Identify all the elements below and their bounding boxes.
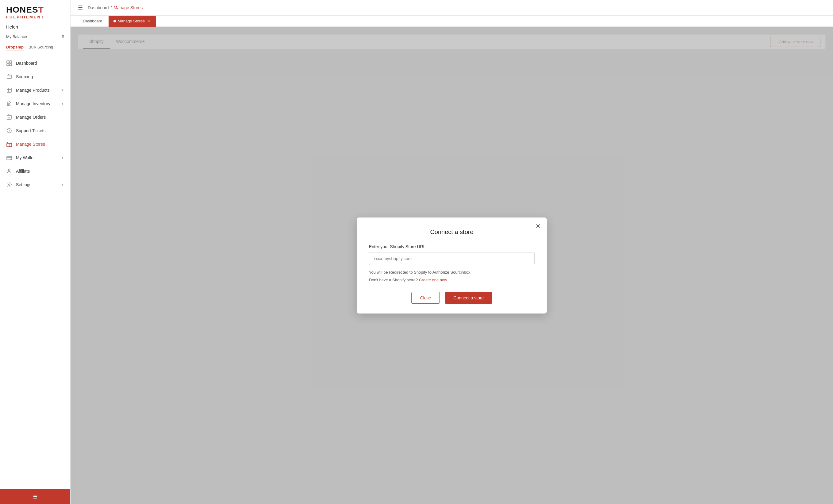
tab-close-icon[interactable]: ✕ [148,19,151,23]
modal-info-line1: You will be Redirected to Shopify to Aut… [369,269,534,276]
sidebar-balance: My Balance $ [0,32,70,41]
chevron-down-icon-4: ▼ [61,183,64,187]
sidebar-item-settings-label: Settings [16,182,31,187]
sidebar-nav: Dashboard Sourcing Manage Products ▼ [0,56,70,489]
chevron-down-icon: ▼ [61,88,64,92]
shopify-url-input[interactable] [369,252,534,265]
sidebar-item-manage-orders[interactable]: Manage Orders [0,111,70,124]
orders-icon [6,114,12,120]
chevron-down-icon-3: ▼ [61,156,64,160]
wallet-icon [6,154,12,161]
svg-point-8 [9,132,9,132]
sidebar-user: Helen [0,22,70,32]
stores-icon [6,141,12,147]
products-icon [6,87,12,93]
sidebar-item-my-wallet[interactable]: My Wallet ▼ [0,151,70,164]
modal-url-label: Enter your Shopify Store URL [369,244,534,249]
sidebar-item-manage-inventory-label: Manage Inventory [16,101,50,106]
sidebar-item-manage-stores[interactable]: Manage Stores [0,138,70,151]
sidebar-item-manage-orders-label: Manage Orders [16,115,46,120]
modal-close-btn[interactable]: Close [411,292,440,304]
tab-manage-stores[interactable]: Manage Stores ✕ [109,16,156,27]
sidebar-item-settings[interactable]: Settings ▼ [0,178,70,191]
svg-rect-3 [9,64,11,66]
balance-label: My Balance [6,34,27,39]
sidebar: HONEST FULPHILMENT Helen My Balance $ Dr… [0,0,71,504]
modal-overlay: ✕ Connect a store Enter your Shopify Sto… [71,27,833,504]
sidebar-item-my-wallet-label: My Wallet [16,155,35,160]
svg-rect-0 [7,61,9,63]
svg-point-12 [8,184,10,186]
topbar: ☰ Dashboard / Manage Stores [71,0,833,16]
svg-rect-1 [9,61,11,63]
main-content: ☰ Dashboard / Manage Stores Dashboard Ma… [71,0,833,504]
sidebar-item-sourcing[interactable]: Sourcing [0,70,70,83]
modal-info-line2: Don't have a Shopify store? Create one n… [369,277,534,284]
modal-connect-btn[interactable]: Connect a store [445,292,492,304]
balance-value: $ [62,34,64,39]
svg-rect-2 [7,64,9,66]
create-shopify-link[interactable]: Create one now. [419,278,448,282]
sidebar-item-manage-inventory[interactable]: Manage Inventory ▼ [0,97,70,111]
sidebar-tab-bulk[interactable]: Bulk Sourcing [28,45,53,51]
tab-dot [114,20,116,22]
svg-rect-5 [7,88,11,92]
dashboard-icon [6,60,12,66]
sidebar-item-dashboard-label: Dashboard [16,61,37,66]
sidebar-tabs: Dropship Bulk Sourcing [0,42,70,54]
affiliate-icon [6,168,12,174]
connect-store-modal: ✕ Connect a store Enter your Shopify Sto… [357,217,547,313]
sidebar-item-dashboard[interactable]: Dashboard [0,56,70,70]
sidebar-item-manage-stores-label: Manage Stores [16,142,45,147]
sidebar-collapse-button[interactable] [0,489,70,504]
sidebar-item-manage-products-label: Manage Products [16,88,50,93]
svg-rect-4 [7,75,11,78]
breadcrumb-home[interactable]: Dashboard [88,5,109,10]
modal-close-button[interactable]: ✕ [536,222,541,230]
content-area: Shopify Woocommerce + Add your store now… [71,27,833,504]
sidebar-item-affiliate[interactable]: Affiliate [0,164,70,178]
tab-dashboard[interactable]: Dashboard [78,16,108,27]
breadcrumb-current: Manage Stores [114,5,143,10]
sidebar-item-support-tickets[interactable]: Support Tickets [0,124,70,138]
support-icon [6,128,12,134]
sidebar-item-affiliate-label: Affiliate [16,169,30,174]
sidebar-item-sourcing-label: Sourcing [16,74,33,79]
chevron-down-icon-2: ▼ [61,102,64,105]
menu-icon[interactable]: ☰ [78,4,83,11]
modal-actions: Close Connect a store [369,292,534,304]
svg-rect-10 [7,157,11,160]
settings-icon [6,182,12,188]
sourcing-icon [6,74,12,80]
logo-fulphilment: FULPHILMENT [6,15,64,19]
svg-point-11 [8,169,10,171]
sidebar-item-support-label: Support Tickets [16,128,46,133]
modal-title: Connect a store [369,229,534,236]
breadcrumb-sep: / [111,5,112,10]
sidebar-item-manage-products[interactable]: Manage Products ▼ [0,83,70,97]
logo-honest: HONEST [6,5,64,14]
sidebar-logo: HONEST FULPHILMENT [0,0,70,22]
inventory-icon [6,101,12,107]
breadcrumb: Dashboard / Manage Stores [88,5,143,10]
sidebar-tab-dropship[interactable]: Dropship [6,45,24,51]
tab-manage-stores-label: Manage Stores [118,19,145,23]
tabs-bar: Dashboard Manage Stores ✕ [71,16,833,27]
